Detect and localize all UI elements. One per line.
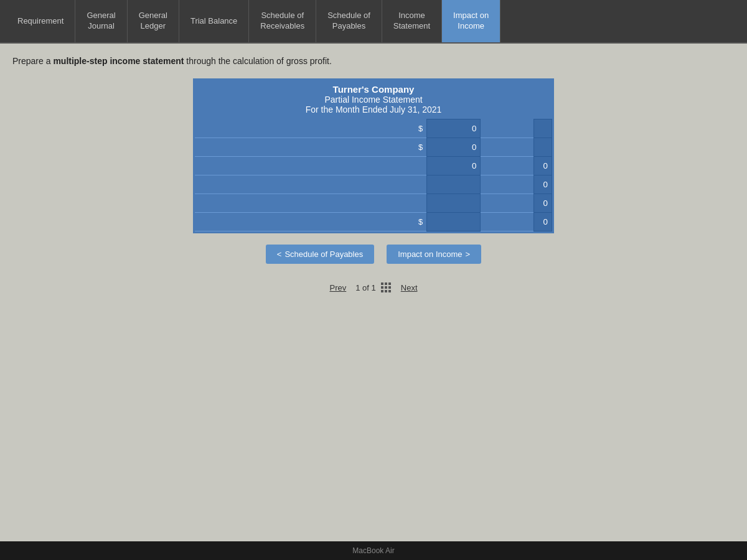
row1-field1[interactable] [431, 124, 476, 133]
next-section-button[interactable]: Impact on Income > [387, 245, 481, 264]
row5-input1[interactable] [427, 194, 481, 213]
nav-tabs-container: Requirement GeneralJournal GeneralLedger… [0, 0, 747, 44]
row5-label [195, 194, 391, 213]
row2-input2[interactable] [534, 138, 552, 157]
instruction-prefix: Prepare a [12, 56, 53, 66]
row6-input1[interactable] [427, 213, 481, 231]
row2-dollar1: $ [391, 138, 426, 157]
table-row [195, 194, 552, 213]
device-label: MacBook Air [0, 541, 747, 560]
company-name: Turner's Company [195, 84, 552, 95]
table-row [195, 175, 552, 194]
tab-general-journal-label: GeneralJournal [87, 11, 115, 32]
tab-schedule-payables-label: Schedule ofPayables [327, 11, 370, 32]
row1-label [195, 119, 391, 138]
next-section-label: Impact on Income [398, 250, 462, 259]
row1-dollar1: $ [391, 119, 426, 138]
next-page-button[interactable]: Next [401, 283, 418, 292]
row2-label [195, 138, 391, 157]
tab-schedule-payables[interactable]: Schedule ofPayables [316, 0, 382, 42]
tab-trial-balance[interactable]: Trial Balance [179, 0, 249, 42]
instruction-suffix: through the calculation of gross profit. [184, 56, 331, 66]
row6-label [195, 213, 391, 231]
statement-table: $ $ [195, 119, 552, 231]
row1-input2[interactable] [534, 119, 552, 138]
tab-requirement[interactable]: Requirement [6, 0, 75, 42]
grid-icon [381, 282, 392, 293]
row4-field1[interactable] [431, 180, 476, 189]
tab-requirement-label: Requirement [17, 16, 63, 27]
instruction-bold: multiple-step income statement [53, 56, 184, 66]
prev-section-label: Schedule of Payables [284, 250, 363, 259]
table-row [195, 157, 552, 175]
chevron-left-icon: < [277, 250, 282, 259]
row4-field2[interactable] [538, 180, 548, 189]
row6-field1[interactable] [431, 217, 476, 226]
row3-field2[interactable] [538, 161, 548, 170]
prev-page-label: Prev [330, 283, 347, 292]
statement-header: Turner's Company Partial Income Statemen… [195, 80, 552, 119]
table-row: $ [195, 138, 552, 157]
row2-input1[interactable] [427, 138, 481, 157]
row1-dollar2 [498, 119, 533, 138]
row4-label [195, 175, 391, 194]
page-indicator: 1 of 1 [355, 282, 392, 293]
tab-schedule-receivables[interactable]: Schedule ofReceivables [249, 0, 316, 42]
instruction-text: Prepare a multiple-step income statement… [12, 53, 735, 69]
row3-label [195, 157, 391, 175]
row6-input2[interactable] [534, 213, 552, 231]
row5-field2[interactable] [538, 198, 548, 208]
tab-income-statement-label: IncomeStatement [393, 11, 430, 32]
row4-input1[interactable] [427, 175, 481, 194]
row5-input2[interactable] [534, 194, 552, 213]
main-content-area: Prepare a multiple-step income statement… [0, 44, 747, 541]
statement-container: Turner's Company Partial Income Statemen… [193, 78, 554, 233]
table-row: $ [195, 119, 552, 138]
row1-field2[interactable] [538, 124, 548, 133]
tab-general-ledger-label: GeneralLedger [139, 11, 167, 32]
statement-period: For the Month Ended July 31, 2021 [195, 105, 552, 114]
statement-title: Partial Income Statement [195, 95, 552, 105]
prev-section-button[interactable]: < Schedule of Payables [266, 245, 374, 264]
row3-input1[interactable] [427, 157, 481, 175]
prev-page-button[interactable]: Prev [330, 283, 347, 292]
row3-input2[interactable] [534, 157, 552, 175]
next-page-label: Next [401, 283, 418, 292]
row6-field2[interactable] [538, 217, 548, 226]
tab-general-ledger[interactable]: GeneralLedger [128, 0, 179, 42]
row4-input2[interactable] [534, 175, 552, 194]
tab-general-journal[interactable]: GeneralJournal [75, 0, 127, 42]
tab-schedule-receivables-label: Schedule ofReceivables [260, 11, 304, 32]
screen: Requirement GeneralJournal GeneralLedger… [0, 0, 747, 560]
page-text: 1 of 1 [355, 283, 376, 292]
row5-field1[interactable] [431, 198, 476, 208]
chevron-right-icon: > [466, 250, 471, 259]
row2-field2[interactable] [538, 142, 548, 152]
table-row: $ [195, 213, 552, 231]
row2-field1[interactable] [431, 142, 476, 152]
tab-impact-on-income[interactable]: Impact onIncome [442, 0, 500, 42]
tab-trial-balance-label: Trial Balance [190, 16, 237, 27]
tab-income-statement[interactable]: IncomeStatement [382, 0, 442, 42]
row3-field1[interactable] [431, 161, 476, 170]
tab-impact-on-income-label: Impact onIncome [453, 11, 489, 32]
row1-input1[interactable] [427, 119, 481, 138]
